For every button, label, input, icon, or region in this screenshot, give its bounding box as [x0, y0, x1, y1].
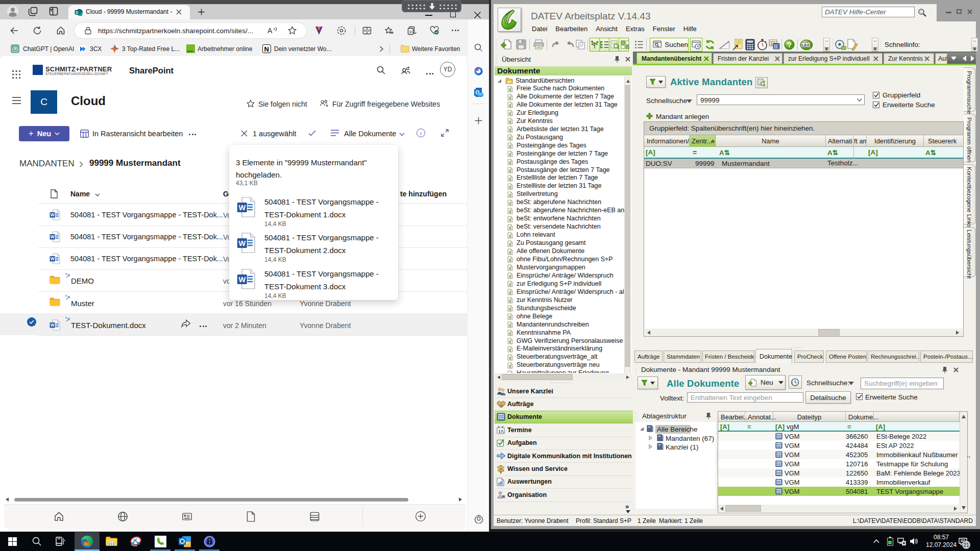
svg-text:17: 17	[499, 429, 503, 434]
svg-text:W: W	[51, 322, 55, 328]
svg-text:LEX: LEX	[802, 43, 810, 47]
svg-text:W: W	[238, 204, 246, 212]
svg-text:W: W	[238, 239, 246, 247]
svg-text:W: W	[51, 212, 55, 217]
svg-text:S: S	[76, 10, 78, 15]
svg-text:W: W	[51, 256, 55, 261]
svg-text:W: W	[51, 234, 55, 239]
svg-text:W: W	[238, 276, 246, 284]
svg-text:?: ?	[787, 41, 792, 49]
